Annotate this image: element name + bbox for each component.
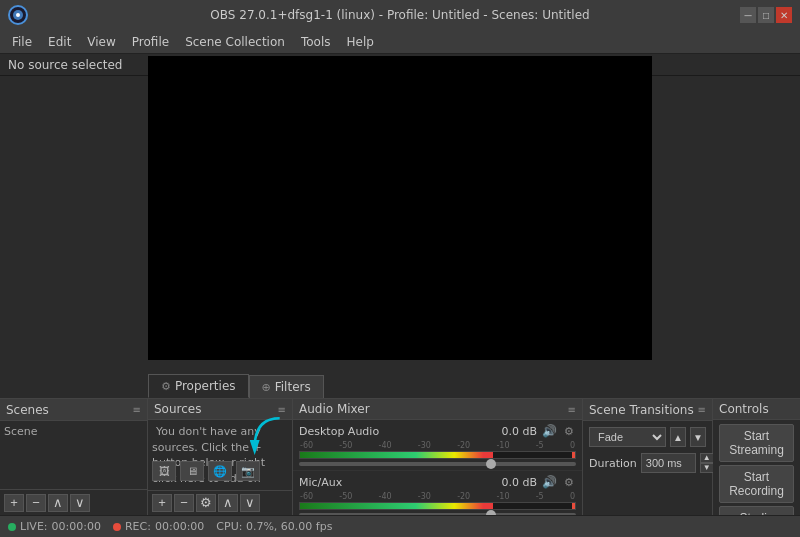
tab-properties[interactable]: ⚙ Properties — [148, 374, 249, 398]
preview-canvas — [148, 56, 652, 360]
mic-level — [300, 503, 493, 509]
desktop-meter — [299, 451, 576, 459]
sources-add-button[interactable]: + — [152, 494, 172, 512]
transitions-body: Fade Cut Swipe Slide ▲ ▼ Duration ▲ ▼ — [583, 421, 712, 515]
duration-input[interactable] — [641, 453, 696, 473]
window-controls: ─ □ ✕ — [740, 7, 792, 23]
menu-file[interactable]: File — [4, 33, 40, 51]
scenes-config-icon[interactable]: ≡ — [133, 404, 141, 415]
window-title: OBS 27.0.1+dfsg1-1 (linux) - Profile: Un… — [210, 8, 589, 22]
close-button[interactable]: ✕ — [776, 7, 792, 23]
status-rec: REC: 00:00:00 — [113, 520, 204, 533]
scenes-header: Scenes ≡ — [0, 399, 147, 421]
status-live: LIVE: 00:00:00 — [8, 520, 101, 533]
desktop-settings-button[interactable]: ⚙ — [562, 425, 576, 438]
scene-item[interactable]: Scene — [4, 425, 38, 438]
desktop-slider-row — [299, 462, 576, 466]
controls-title: Controls — [719, 402, 769, 416]
sources-title: Sources — [154, 402, 201, 416]
mic-aux-label: Mic/Aux — [299, 476, 342, 489]
obs-logo — [8, 5, 28, 25]
desktop-audio-db: 0.0 dB — [501, 425, 537, 438]
mixer-header: Audio Mixer ≡ — [293, 399, 582, 420]
tabs-row: ⚙ Properties ⊕ Filters — [148, 370, 324, 398]
mixer-channel-desktop: Desktop Audio 0.0 dB 🔊 ⚙ -60-50-40-30-20… — [293, 420, 582, 471]
menubar: File Edit View Profile Scene Collection … — [0, 30, 800, 54]
gear-icon: ⚙ — [161, 380, 171, 393]
sources-up-button[interactable]: ∧ — [218, 494, 238, 512]
sources-type-icons: 🖼 🖥 🌐 📷 — [148, 457, 264, 485]
sources-panel: Sources ≡ You don't have any sources. Cl… — [148, 399, 293, 515]
live-time: 00:00:00 — [52, 520, 101, 533]
menu-edit[interactable]: Edit — [40, 33, 79, 51]
sources-remove-button[interactable]: − — [174, 494, 194, 512]
start-recording-button[interactable]: Start Recording — [719, 465, 794, 503]
maximize-button[interactable]: □ — [758, 7, 774, 23]
cpu-info: CPU: 0.7%, 60.00 fps — [216, 520, 332, 533]
minimize-button[interactable]: ─ — [740, 7, 756, 23]
menu-profile[interactable]: Profile — [124, 33, 177, 51]
duration-spin-down[interactable]: ▼ — [700, 463, 714, 473]
mixer-config-icon[interactable]: ≡ — [568, 404, 576, 415]
titlebar: OBS 27.0.1+dfsg1-1 (linux) - Profile: Un… — [0, 0, 800, 30]
mixer-panel: Audio Mixer ≡ Desktop Audio 0.0 dB 🔊 ⚙ -… — [293, 399, 583, 515]
mic-mute-button[interactable]: 🔊 — [540, 475, 559, 489]
mic-meter-ticks: -60-50-40-30-20-10-50 — [299, 492, 576, 501]
live-label: LIVE: — [20, 520, 48, 533]
menu-tools[interactable]: Tools — [293, 33, 339, 51]
no-source-text: No source selected — [8, 58, 122, 72]
mic-settings-button[interactable]: ⚙ — [562, 476, 576, 489]
source-browser-icon: 🌐 — [208, 461, 232, 481]
transitions-title: Scene Transitions — [589, 403, 694, 417]
menu-scene-collection[interactable]: Scene Collection — [177, 33, 293, 51]
controls-panel: Controls Start Streaming Start Recording… — [713, 399, 800, 515]
mic-meter — [299, 502, 576, 510]
tab-filters-label: Filters — [275, 380, 311, 394]
mic-peak-marker — [572, 503, 575, 509]
desktop-audio-label: Desktop Audio — [299, 425, 379, 438]
menu-help[interactable]: Help — [338, 33, 381, 51]
start-streaming-button[interactable]: Start Streaming — [719, 424, 794, 462]
source-display-icon: 🖥 — [180, 461, 204, 481]
filter-icon: ⊕ — [262, 381, 271, 394]
duration-row: Duration ▲ ▼ — [589, 453, 706, 473]
scenes-add-button[interactable]: + — [4, 494, 24, 512]
tab-filters[interactable]: ⊕ Filters — [249, 375, 324, 398]
scenes-panel: Scenes ≡ Scene + − ∧ ∨ — [0, 399, 148, 515]
source-camera-icon: 📷 — [236, 461, 260, 481]
source-image-icon: 🖼 — [152, 461, 176, 481]
scenes-content: Scene — [0, 421, 147, 489]
scenes-title: Scenes — [6, 403, 49, 417]
scenes-down-button[interactable]: ∨ — [70, 494, 90, 512]
transitions-config-icon[interactable]: ≡ — [698, 404, 706, 415]
scenes-remove-button[interactable]: − — [26, 494, 46, 512]
scenes-up-button[interactable]: ∧ — [48, 494, 68, 512]
controls-header: Controls — [713, 399, 800, 420]
bottom-area: Scenes ≡ Scene + − ∧ ∨ Sources ≡ You don… — [0, 398, 800, 515]
scenes-footer: + − ∧ ∨ — [0, 489, 147, 515]
mic-aux-db: 0.0 dB — [501, 476, 537, 489]
mic-controls: 0.0 dB 🔊 ⚙ — [501, 475, 576, 489]
transitions-panel: Scene Transitions ≡ Fade Cut Swipe Slide… — [583, 399, 713, 515]
duration-spin-up[interactable]: ▲ — [700, 453, 714, 463]
rec-time: 00:00:00 — [155, 520, 204, 533]
sources-footer: + − ⚙ ∧ ∨ — [148, 490, 292, 515]
transition-type-row: Fade Cut Swipe Slide ▲ ▼ — [589, 427, 706, 447]
tab-properties-label: Properties — [175, 379, 236, 393]
menu-view[interactable]: View — [79, 33, 123, 51]
desktop-level — [300, 452, 493, 458]
transitions-header: Scene Transitions ≡ — [583, 399, 712, 421]
rec-dot — [113, 523, 121, 531]
live-dot — [8, 523, 16, 531]
sources-down-button[interactable]: ∨ — [240, 494, 260, 512]
transition-type-spin-down[interactable]: ▼ — [690, 427, 706, 447]
duration-spinbox: ▲ ▼ — [700, 453, 714, 473]
desktop-mute-button[interactable]: 🔊 — [540, 424, 559, 438]
transition-type-select[interactable]: Fade Cut Swipe Slide — [589, 427, 666, 447]
mixer-title: Audio Mixer — [299, 402, 370, 416]
desktop-volume-slider[interactable] — [299, 462, 576, 466]
transition-type-spin-up[interactable]: ▲ — [670, 427, 686, 447]
mixer-channel-desktop-top: Desktop Audio 0.0 dB 🔊 ⚙ — [299, 424, 576, 438]
statusbar: LIVE: 00:00:00 REC: 00:00:00 CPU: 0.7%, … — [0, 515, 800, 537]
sources-settings-button[interactable]: ⚙ — [196, 494, 216, 512]
